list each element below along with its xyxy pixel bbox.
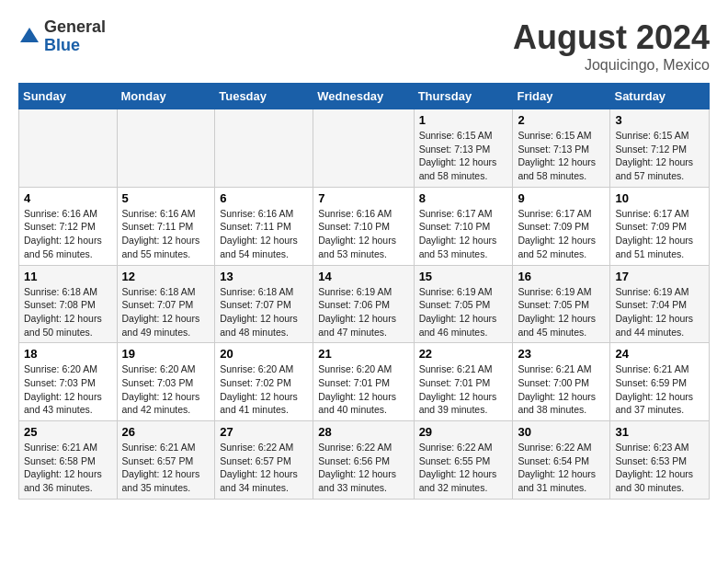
logo-icon	[18, 26, 40, 48]
day-number: 31	[615, 425, 704, 439]
header-cell-wednesday: Wednesday	[313, 84, 414, 109]
day-number: 22	[419, 347, 508, 361]
week-row-3: 11Sunrise: 6:18 AM Sunset: 7:08 PM Dayli…	[19, 265, 710, 343]
day-number: 6	[220, 191, 308, 205]
day-cell: 23Sunrise: 6:21 AM Sunset: 7:00 PM Dayli…	[513, 343, 610, 421]
day-info: Sunrise: 6:19 AM Sunset: 7:04 PM Dayligh…	[615, 285, 704, 339]
day-number: 9	[518, 191, 605, 205]
calendar-header: SundayMondayTuesdayWednesdayThursdayFrid…	[19, 84, 710, 109]
day-info: Sunrise: 6:15 AM Sunset: 7:13 PM Dayligh…	[518, 129, 605, 183]
day-info: Sunrise: 6:22 AM Sunset: 6:55 PM Dayligh…	[419, 441, 508, 495]
day-info: Sunrise: 6:15 AM Sunset: 7:13 PM Dayligh…	[419, 129, 508, 183]
day-info: Sunrise: 6:18 AM Sunset: 7:08 PM Dayligh…	[24, 285, 112, 339]
day-info: Sunrise: 6:22 AM Sunset: 6:54 PM Dayligh…	[518, 441, 605, 495]
subtitle: Joquicingo, Mexico	[513, 57, 710, 74]
title-block: August 2024 Joquicingo, Mexico	[513, 18, 710, 74]
day-cell: 13Sunrise: 6:18 AM Sunset: 7:07 PM Dayli…	[215, 265, 313, 343]
day-info: Sunrise: 6:21 AM Sunset: 7:00 PM Dayligh…	[518, 362, 605, 417]
day-info: Sunrise: 6:19 AM Sunset: 7:06 PM Dayligh…	[318, 285, 408, 339]
day-cell	[117, 109, 215, 188]
header-row: SundayMondayTuesdayWednesdayThursdayFrid…	[19, 84, 710, 109]
day-number: 10	[615, 191, 704, 205]
week-row-5: 25Sunrise: 6:21 AM Sunset: 6:58 PM Dayli…	[19, 421, 710, 500]
day-number: 14	[318, 270, 408, 283]
day-info: Sunrise: 6:21 AM Sunset: 7:01 PM Dayligh…	[419, 362, 508, 417]
day-info: Sunrise: 6:18 AM Sunset: 7:07 PM Dayligh…	[220, 285, 308, 339]
day-info: Sunrise: 6:19 AM Sunset: 7:05 PM Dayligh…	[518, 285, 605, 339]
day-info: Sunrise: 6:21 AM Sunset: 6:57 PM Dayligh…	[122, 441, 210, 495]
day-number: 13	[220, 270, 308, 283]
day-info: Sunrise: 6:22 AM Sunset: 6:56 PM Dayligh…	[318, 441, 408, 495]
day-cell: 5Sunrise: 6:16 AM Sunset: 7:11 PM Daylig…	[117, 187, 215, 265]
day-cell	[313, 109, 414, 188]
header-cell-tuesday: Tuesday	[215, 84, 313, 109]
day-number: 23	[518, 347, 605, 361]
day-cell: 26Sunrise: 6:21 AM Sunset: 6:57 PM Dayli…	[117, 421, 215, 500]
day-info: Sunrise: 6:20 AM Sunset: 7:02 PM Dayligh…	[220, 362, 308, 417]
day-cell: 17Sunrise: 6:19 AM Sunset: 7:04 PM Dayli…	[610, 265, 710, 343]
day-cell	[215, 109, 313, 188]
day-cell: 19Sunrise: 6:20 AM Sunset: 7:03 PM Dayli…	[117, 343, 215, 421]
week-row-2: 4Sunrise: 6:16 AM Sunset: 7:12 PM Daylig…	[19, 187, 710, 265]
day-info: Sunrise: 6:17 AM Sunset: 7:09 PM Dayligh…	[615, 207, 704, 261]
logo: General Blue	[18, 18, 106, 55]
day-cell	[19, 109, 118, 188]
calendar-table: SundayMondayTuesdayWednesdayThursdayFrid…	[18, 83, 710, 500]
day-info: Sunrise: 6:20 AM Sunset: 7:01 PM Dayligh…	[318, 362, 408, 417]
day-info: Sunrise: 6:20 AM Sunset: 7:03 PM Dayligh…	[122, 362, 210, 417]
logo-text: General Blue	[44, 18, 106, 55]
day-cell: 22Sunrise: 6:21 AM Sunset: 7:01 PM Dayli…	[414, 343, 513, 421]
logo-blue: Blue	[44, 37, 106, 55]
day-info: Sunrise: 6:23 AM Sunset: 6:53 PM Dayligh…	[615, 441, 704, 495]
header-cell-monday: Monday	[117, 84, 215, 109]
day-cell: 21Sunrise: 6:20 AM Sunset: 7:01 PM Dayli…	[313, 343, 414, 421]
day-cell: 6Sunrise: 6:16 AM Sunset: 7:11 PM Daylig…	[215, 187, 313, 265]
day-number: 26	[122, 425, 210, 439]
day-number: 2	[518, 113, 605, 127]
day-cell: 24Sunrise: 6:21 AM Sunset: 6:59 PM Dayli…	[610, 343, 710, 421]
day-number: 18	[24, 347, 112, 361]
header-cell-saturday: Saturday	[610, 84, 710, 109]
day-number: 21	[318, 347, 408, 361]
day-cell: 14Sunrise: 6:19 AM Sunset: 7:06 PM Dayli…	[313, 265, 414, 343]
day-info: Sunrise: 6:17 AM Sunset: 7:10 PM Dayligh…	[419, 207, 508, 261]
day-number: 24	[615, 347, 704, 361]
day-cell: 12Sunrise: 6:18 AM Sunset: 7:07 PM Dayli…	[117, 265, 215, 343]
day-info: Sunrise: 6:16 AM Sunset: 7:11 PM Dayligh…	[122, 207, 210, 261]
page-header: General Blue August 2024 Joquicingo, Mex…	[18, 18, 710, 74]
week-row-1: 1Sunrise: 6:15 AM Sunset: 7:13 PM Daylig…	[19, 109, 710, 188]
logo-general: General	[44, 18, 106, 37]
day-cell: 28Sunrise: 6:22 AM Sunset: 6:56 PM Dayli…	[313, 421, 414, 500]
week-row-4: 18Sunrise: 6:20 AM Sunset: 7:03 PM Dayli…	[19, 343, 710, 421]
day-info: Sunrise: 6:16 AM Sunset: 7:10 PM Dayligh…	[318, 207, 408, 261]
day-cell: 10Sunrise: 6:17 AM Sunset: 7:09 PM Dayli…	[610, 187, 710, 265]
day-number: 19	[122, 347, 210, 361]
header-cell-thursday: Thursday	[414, 84, 513, 109]
day-cell: 4Sunrise: 6:16 AM Sunset: 7:12 PM Daylig…	[19, 187, 118, 265]
header-cell-friday: Friday	[513, 84, 610, 109]
day-number: 27	[220, 425, 308, 439]
day-number: 11	[24, 270, 112, 283]
day-cell: 11Sunrise: 6:18 AM Sunset: 7:08 PM Dayli…	[19, 265, 118, 343]
calendar-body: 1Sunrise: 6:15 AM Sunset: 7:13 PM Daylig…	[19, 109, 710, 500]
day-cell: 16Sunrise: 6:19 AM Sunset: 7:05 PM Dayli…	[513, 265, 610, 343]
day-cell: 9Sunrise: 6:17 AM Sunset: 7:09 PM Daylig…	[513, 187, 610, 265]
day-number: 8	[419, 191, 508, 205]
day-number: 3	[615, 113, 704, 127]
day-cell: 3Sunrise: 6:15 AM Sunset: 7:12 PM Daylig…	[610, 109, 710, 188]
day-cell: 8Sunrise: 6:17 AM Sunset: 7:10 PM Daylig…	[414, 187, 513, 265]
day-cell: 27Sunrise: 6:22 AM Sunset: 6:57 PM Dayli…	[215, 421, 313, 500]
day-number: 25	[24, 425, 112, 439]
day-number: 20	[220, 347, 308, 361]
day-cell: 31Sunrise: 6:23 AM Sunset: 6:53 PM Dayli…	[610, 421, 710, 500]
day-number: 7	[318, 191, 408, 205]
day-number: 28	[318, 425, 408, 439]
day-info: Sunrise: 6:17 AM Sunset: 7:09 PM Dayligh…	[518, 207, 605, 261]
day-number: 5	[122, 191, 210, 205]
day-cell: 18Sunrise: 6:20 AM Sunset: 7:03 PM Dayli…	[19, 343, 118, 421]
day-number: 15	[419, 270, 508, 283]
day-info: Sunrise: 6:21 AM Sunset: 6:58 PM Dayligh…	[24, 441, 112, 495]
day-number: 16	[518, 270, 605, 283]
day-cell: 2Sunrise: 6:15 AM Sunset: 7:13 PM Daylig…	[513, 109, 610, 188]
day-cell: 20Sunrise: 6:20 AM Sunset: 7:02 PM Dayli…	[215, 343, 313, 421]
